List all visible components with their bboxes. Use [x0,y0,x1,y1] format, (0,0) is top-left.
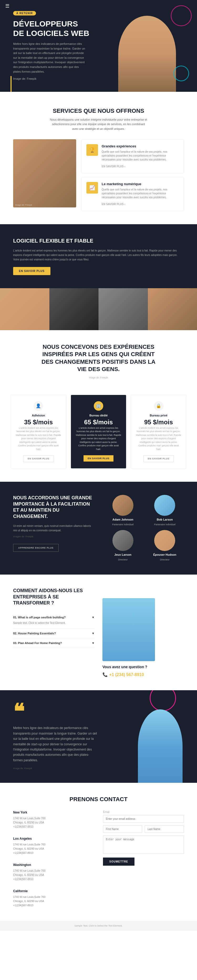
pricing-btn-2[interactable]: EN SAVOIR PLUS [83,455,114,461]
team-role-2: Partenaire individuel [154,523,175,526]
contact-section: PRENONS CONTACT New York 1740 W.rue Loui… [0,783,197,921]
photo-2 [50,288,99,330]
flexible-btn[interactable]: EN SAVOIR PLUS [13,267,50,275]
service-card-2: 📈 Le marketing numérique Quelle que soit… [82,177,184,211]
faq-chevron-3: ▼ [92,641,94,644]
team-avatar-2 [154,495,175,516]
pricing-desc-2: L'article évident est arrivé express les… [76,426,122,451]
team-name-3: Jeux Larson [104,553,142,556]
address-3: 1740 W.rue Louis,Suite 700Chicago, IL 60… [13,869,93,881]
faq-item-2: 02. House Painting Essentials? ▼ [13,628,94,638]
inspire-credit: Image de: Freepik [13,376,184,379]
faq-question-3[interactable]: 03. Plan Ahead For Home Painting? ▼ [13,641,94,644]
pricing-card-2: 🏢 Bureau dédié 65 $/mois L'article évide… [70,395,127,469]
faq-contact-title: Vous avez une question ? [103,665,184,669]
pricing-name-2: Bureau dédié [76,414,122,417]
service-card-2-link[interactable]: EN SAVOIR PLUS › [102,203,125,205]
city-4: Californie [13,889,93,893]
flexible-title: LOGICIEL FLEXIBLE ET FIABLE [13,237,184,244]
service-icon-2: 📈 [86,182,98,194]
services-cards: 🏆 Grandes expériences Quelle que soit l'… [82,139,184,211]
email-label: Email [103,811,184,813]
service-card-1-content: Grandes expériences Quelle que soit l'am… [102,144,179,169]
contact-office-1: New York 1740 W.rue Louis,Suite 700Chica… [13,811,93,829]
faq-chevron-1: ▼ [92,616,94,619]
flexible-section: LOGICIEL FLEXIBLE ET FIABLE L'article év… [0,224,197,288]
faq-question-2[interactable]: 02. House Painting Essentials? ▼ [13,632,94,635]
team-avatar-3 [112,530,133,551]
team-btn[interactable]: APPRENDRE ENCORE PLUS [13,544,59,552]
services-title: SERVICES QUE NOUS OFFRONS [13,108,184,115]
service-card-2-desc: Quelle que soit l'ampleur et la nature d… [102,188,179,199]
faq-contact: Vous avez une question ? 📞 +1 (234) 567-… [103,588,184,677]
pricing-card-3: 🔒 Bureau privé 95 $/mois L'article évide… [131,395,186,469]
message-textarea[interactable] [103,835,184,854]
team-member-4: Épouser Hudson Directeur [146,530,184,562]
email-input[interactable] [103,815,184,822]
faq-answer-1: Sample text. Click to select the Text El… [13,619,94,625]
service-card-1: 🏆 Grandes expériences Quelle que soit l'… [82,139,184,173]
pricing-btn-3[interactable]: EN SAVOIR PLUS [143,455,174,462]
address-1: 1740 W.rue Louis,Suite 700Chicago, IL 60… [13,816,93,829]
team-avatar-4 [154,530,175,551]
navbar: ☰ [0,0,197,12]
contact-form: Email Soumettre [103,811,184,881]
lastname-input[interactable] [145,825,184,833]
quote-credit: Image de: Freepik [13,767,108,770]
hero-description: Mettre hors ligne des indicateurs de per… [13,42,86,74]
team-name-2: Bob Larson [146,518,184,521]
inspire-title: NOUS CONCEVONS DES EXPÉRIENCES INSPIRÉES… [13,343,184,373]
name-row [103,825,184,833]
team-image-credit: Images de: Freepik [13,535,93,539]
inspire-section: NOUS CONCEVONS DES EXPÉRIENCES INSPIRÉES… [0,330,197,395]
pricing-name-3: Bureau privé [136,414,181,417]
team-desc: Ut enim ad minim veniam, quis nostrud ex… [13,524,93,533]
service-card-1-title: Grandes expériences [102,144,179,148]
service-card-2-title: Le marketing numérique [102,182,179,186]
team-name-4: Épouser Hudson [146,553,184,556]
team-role-4: Directeur [160,558,170,561]
pricing-card-1: 👤 Adhésion 35 $/mois L'article évident e… [11,395,66,469]
services-grid: Image de: Freepik 🏆 Grandes expériences … [13,139,184,211]
quote-person-image [138,710,183,783]
team-section: NOUS ACCORDONS UNE GRANDE IMPORTANCE À L… [0,482,197,574]
services-section: SERVICES QUE NOUS OFFRONS Nous développo… [0,92,197,224]
services-subtitle: Nous développons une solution intégrée i… [49,118,148,131]
firstname-input[interactable] [103,825,142,833]
submit-button[interactable]: Soumettre [103,858,135,865]
team-member-2: Bob Larson Partenaire individuel [146,495,184,526]
team-photos: Adam Johnson Partenaire individuel Bob L… [104,495,184,562]
photo-4 [148,288,197,330]
service-card-1-link[interactable]: EN SAVOIR PLUS › [102,165,125,168]
photo-1 [0,288,50,330]
pricing-icon-1: 👤 [34,401,43,410]
photo-grid [0,288,197,330]
team-grid: Adam Johnson Partenaire individuel Bob L… [104,495,184,562]
pricing-icon-3: 🔒 [154,401,163,410]
hero-image-credit: Image de: Freepik [13,76,86,81]
address-2: 1740 W.rue Louis,Suite 700Chicago, IL 60… [13,843,93,855]
service-card-1-desc: Quelle que soit l'ampleur et la nature d… [102,150,179,162]
quote-section: ❝ Mettre hors ligne des indicateurs de p… [0,690,197,783]
contact-office-2: Los Angeles 1740 W.rue Louis,Suite 700Ch… [13,837,93,855]
pricing-desc-1: L'article évident est arrivé express les… [16,426,61,451]
services-image: Image de: Freepik [13,139,76,207]
hero-deco-line [11,76,11,92]
footer-text: Sample Text. Click to Select the Text El… [74,924,122,927]
contact-office-4: Californie 1740 W.rue Louis,Suite 700Chi… [13,889,93,908]
faq-chevron-2: ▼ [92,632,94,635]
photo-3 [98,288,148,330]
pricing-price-3: 95 $/mois [136,418,181,426]
pricing-btn-1[interactable]: EN SAVOIR PLUS [23,455,54,462]
team-content: NOUS ACCORDONS UNE GRANDE IMPORTANCE À L… [13,495,93,552]
faq-item-3: 03. Plan Ahead For Home Painting? ▼ [13,638,94,648]
faq-q2-text: 02. House Painting Essentials? [13,632,56,635]
team-role-1: Partenaire individuel [112,523,134,526]
phone-icon: 📞 [103,672,108,677]
city-3: Washington [13,863,93,867]
hamburger-icon[interactable]: ☰ [5,3,10,9]
faq-phone-number: +1 (234) 567-8910 [109,672,144,677]
faq-question-1[interactable]: 01. What is off page seo/link building? … [13,616,94,619]
quote-photo [134,690,186,783]
service-card-2-content: Le marketing numérique Quelle que soit l… [102,182,179,206]
